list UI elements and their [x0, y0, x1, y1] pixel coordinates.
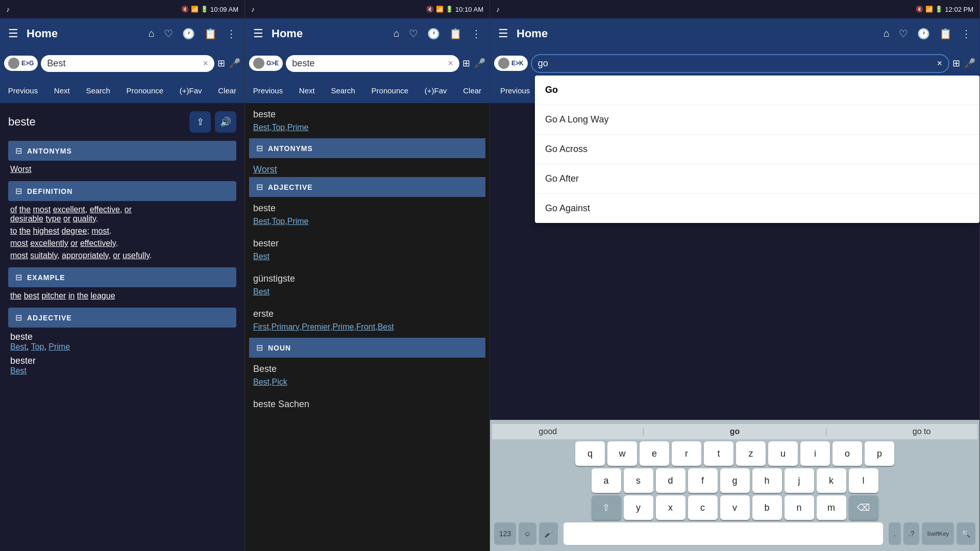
- previous-button[interactable]: Previous: [4, 84, 42, 97]
- more-icon[interactable]: ⋮: [471, 28, 481, 40]
- mic-icon[interactable]: 🎤: [964, 58, 975, 69]
- autocomplete-item-go-after[interactable]: Go After: [535, 164, 979, 194]
- trans-link[interactable]: Prime: [287, 123, 309, 132]
- suggestion-good[interactable]: good: [539, 427, 557, 436]
- trans-link[interactable]: Best: [253, 378, 270, 387]
- clear-button[interactable]: Clear: [214, 84, 240, 97]
- search-input[interactable]: [538, 58, 934, 69]
- clear-icon[interactable]: ×: [203, 58, 208, 69]
- key-period[interactable]: .: [889, 522, 901, 545]
- key-m[interactable]: m: [817, 495, 846, 520]
- mid-noun-header[interactable]: ⊟ NOUN: [249, 338, 485, 358]
- key-123[interactable]: 123: [494, 522, 516, 545]
- history-icon[interactable]: 🕐: [427, 28, 440, 40]
- home-icon[interactable]: ⌂: [149, 28, 155, 40]
- more-icon[interactable]: ⋮: [961, 28, 971, 40]
- clear-icon[interactable]: ×: [448, 58, 453, 69]
- trans-link[interactable]: Prime: [287, 217, 309, 226]
- trans-link[interactable]: Front: [356, 322, 375, 332]
- ocr-icon[interactable]: ⊞: [952, 58, 960, 69]
- key-k[interactable]: k: [817, 468, 846, 493]
- example-header[interactable]: ⊟ EXAMPLE: [8, 267, 236, 287]
- key-q[interactable]: q: [575, 441, 605, 466]
- next-button[interactable]: Next: [295, 84, 319, 97]
- trans-link[interactable]: Pick: [272, 378, 287, 387]
- trans-link[interactable]: First: [253, 322, 269, 332]
- search-button[interactable]: Search: [82, 84, 114, 97]
- autocomplete-item-go-long-way[interactable]: Go A Long Way: [535, 105, 979, 135]
- key-space[interactable]: [564, 522, 883, 545]
- search-input[interactable]: [292, 58, 445, 69]
- previous-button[interactable]: Previous: [249, 84, 287, 97]
- key-emoji[interactable]: ☺: [519, 522, 536, 545]
- trans-link[interactable]: Best: [253, 252, 270, 261]
- clear-icon[interactable]: ×: [937, 58, 942, 69]
- autocomplete-item-go-across[interactable]: Go Across: [535, 135, 979, 164]
- lang-toggle[interactable]: E>K: [494, 56, 528, 71]
- key-l[interactable]: l: [849, 468, 878, 493]
- trans-link[interactable]: Premier: [302, 322, 330, 332]
- autocomplete-item-go-against[interactable]: Go Against: [535, 194, 979, 223]
- key-j[interactable]: j: [785, 468, 814, 493]
- key-c[interactable]: c: [688, 495, 718, 520]
- menu-icon[interactable]: ☰: [498, 27, 508, 40]
- key-x[interactable]: x: [656, 495, 685, 520]
- key-swiftkey[interactable]: SwiftKey: [922, 522, 954, 545]
- key-w[interactable]: w: [607, 441, 637, 466]
- key-b[interactable]: b: [752, 495, 782, 520]
- trans-link[interactable]: Top: [272, 217, 285, 226]
- fav-button[interactable]: (+)Fav: [176, 84, 206, 97]
- definition-header[interactable]: ⊟ DEFINITION: [8, 181, 236, 201]
- pronounce-button[interactable]: Pronounce: [368, 84, 413, 97]
- clipboard-icon[interactable]: 📋: [204, 28, 217, 40]
- mid-antonyms-header[interactable]: ⊟ ANTONYMS: [249, 138, 485, 158]
- trans-link[interactable]: Best: [253, 287, 270, 296]
- search-button[interactable]: Search: [327, 84, 359, 97]
- antonyms-header[interactable]: ⊟ ANTONYMS: [8, 141, 236, 161]
- previous-button[interactable]: Previous: [496, 84, 534, 97]
- clipboard-icon[interactable]: 📋: [449, 28, 462, 40]
- key-z[interactable]: z: [736, 441, 766, 466]
- home-icon[interactable]: ⌂: [394, 28, 400, 40]
- key-d[interactable]: d: [656, 468, 685, 493]
- trans-link[interactable]: Prime: [333, 322, 354, 332]
- fav-button[interactable]: (+)Fav: [421, 84, 451, 97]
- key-n[interactable]: n: [785, 495, 814, 520]
- trans-link[interactable]: Primary: [272, 322, 300, 332]
- adjective-header[interactable]: ⊟ ADJECTIVE: [8, 308, 236, 328]
- home-icon[interactable]: ⌂: [884, 28, 890, 40]
- trans-link[interactable]: Best: [378, 322, 394, 332]
- key-o[interactable]: o: [832, 441, 862, 466]
- key-s[interactable]: s: [624, 468, 653, 493]
- ocr-icon[interactable]: ⊞: [462, 58, 470, 69]
- key-g[interactable]: g: [720, 468, 750, 493]
- history-icon[interactable]: 🕐: [917, 28, 930, 40]
- next-button[interactable]: Next: [50, 84, 74, 97]
- menu-icon[interactable]: ☰: [253, 27, 263, 40]
- pronounce-button[interactable]: Pronounce: [122, 84, 168, 97]
- key-y[interactable]: y: [624, 495, 653, 520]
- key-t[interactable]: t: [704, 441, 733, 466]
- backspace-key[interactable]: ⌫: [849, 495, 878, 520]
- lang-toggle[interactable]: G>E: [249, 56, 283, 71]
- ocr-icon[interactable]: ⊞: [217, 58, 225, 69]
- key-p[interactable]: p: [865, 441, 894, 466]
- key-u[interactable]: u: [768, 441, 798, 466]
- more-icon[interactable]: ⋮: [226, 28, 236, 40]
- favorites-icon[interactable]: ♡: [164, 28, 173, 40]
- key-search[interactable]: 🔍: [957, 522, 975, 545]
- trans-link[interactable]: Best: [253, 123, 270, 132]
- key-mic[interactable]: 🎤: [539, 522, 558, 545]
- clipboard-icon[interactable]: 📋: [939, 28, 952, 40]
- mic-icon[interactable]: 🎤: [474, 58, 485, 69]
- key-h[interactable]: h: [752, 468, 782, 493]
- history-icon[interactable]: 🕐: [182, 28, 195, 40]
- menu-icon[interactable]: ☰: [8, 27, 18, 40]
- favorites-icon[interactable]: ♡: [409, 28, 418, 40]
- trans-link[interactable]: Best: [253, 217, 270, 226]
- key-i[interactable]: i: [800, 441, 830, 466]
- audio-button[interactable]: 🔊: [215, 111, 236, 133]
- key-f[interactable]: f: [688, 468, 718, 493]
- suggestion-go[interactable]: go: [730, 427, 740, 436]
- key-e[interactable]: e: [640, 441, 669, 466]
